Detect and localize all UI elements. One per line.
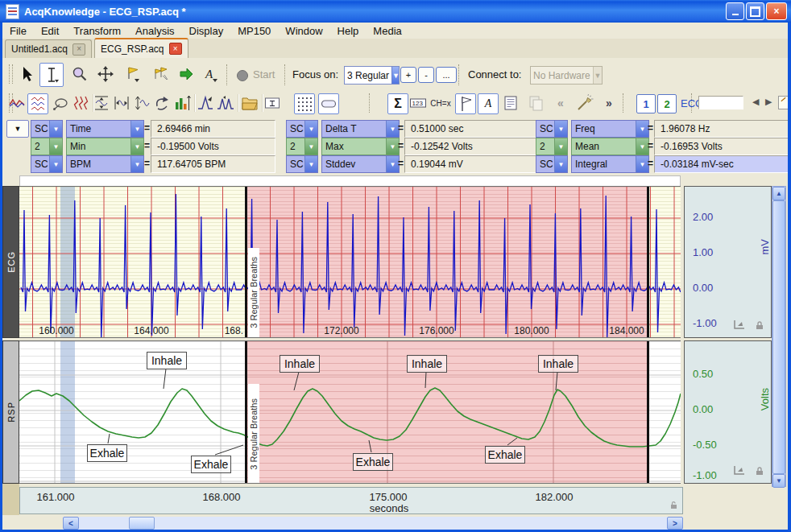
tab-untitled1-acq[interactable]: Untitled1.acq× [5,39,92,58]
minimize-button[interactable] [726,2,744,20]
rsp-channel-bar[interactable]: RSP [2,340,19,484]
rsp-plot[interactable]: InhaleInhaleInhaleInhaleExhaleExhaleExha… [19,340,681,484]
measurement-channel-select[interactable]: SC▼ [286,155,318,173]
stacked-waveforms-icon[interactable] [27,93,48,114]
chevron-down-icon[interactable]: ▼ [554,121,567,137]
prev-channel-button[interactable]: ◀ [752,97,759,107]
connect-to-select[interactable]: No Hardware ▼ [530,66,603,85]
chevron-down-icon[interactable]: ▼ [386,138,399,155]
statistics-chart-icon[interactable] [172,93,192,113]
insert-textbox-icon[interactable] [263,93,282,113]
play-arrow-icon[interactable] [175,63,197,85]
pan-tool-icon[interactable] [94,63,117,85]
lock-icon[interactable] [670,501,677,512]
annotation-exhale[interactable]: Exhale [87,444,127,462]
measurement-function-select[interactable]: Delta T▼ [321,120,400,138]
focus-on-select[interactable]: 3 Regular ▼ [344,66,400,85]
text-tool-icon[interactable]: A [199,63,222,85]
horizontal-scrollbar[interactable]: < > [2,517,788,530]
scroll-left-button[interactable]: < [63,517,79,530]
menu-item-mp150[interactable]: MP150 [230,23,278,39]
title-bar[interactable]: AcqKnowledge - ECG_RSP.acq * × [0,0,791,23]
menu-item-transform[interactable]: Transform [66,23,128,39]
autoscale-vertical-icon[interactable] [92,93,111,113]
cleanup-tool-icon[interactable] [575,93,594,113]
more-tools-icon[interactable]: » [599,93,619,113]
annotation-inhale[interactable]: Inhale [147,352,187,369]
open-graph-icon[interactable] [240,93,259,113]
focus-add-button[interactable]: + [400,67,416,83]
selection-boundary-line[interactable] [647,187,649,337]
measurement-channel-select[interactable]: 2▼ [31,138,63,155]
select-cycle-icon[interactable] [51,93,70,113]
menu-item-media[interactable]: Media [366,23,408,39]
value-display-icon[interactable]: 123 [408,93,428,113]
chevron-down-icon[interactable]: ▼ [130,138,143,155]
autoscale-icon[interactable] [733,320,746,332]
ecg-axis-panel[interactable]: 2.001.000.00-1.00mV [684,186,772,338]
measurement-expand-button[interactable]: ▼ [6,120,29,138]
chevron-down-icon[interactable]: ▼ [554,138,567,155]
annotation-exhale[interactable]: Exhale [353,453,393,471]
chevron-down-icon[interactable]: ▼ [636,121,648,137]
lock-icon[interactable] [756,321,764,332]
chevron-down-icon[interactable]: ▼ [386,121,399,137]
show-grid-icon[interactable] [294,93,315,114]
measurement-channel-select[interactable]: 2▼ [286,138,318,155]
measurement-function-select[interactable]: Freq▼ [571,120,649,138]
channel-1-button[interactable]: 1 [636,94,656,113]
annotation-inhale[interactable]: Inhale [538,355,578,373]
focus-remove-button[interactable]: - [418,67,434,83]
chevron-down-icon[interactable]: ▼ [304,121,317,137]
toolbar-grip[interactable] [9,64,13,84]
measurement-function-select[interactable]: BPM▼ [66,155,144,173]
menu-item-analysis[interactable]: Analysis [128,23,181,39]
scroll-right-button[interactable]: > [667,517,683,530]
chevron-down-icon[interactable]: ▼ [49,138,62,155]
compare-waveforms-icon[interactable] [71,93,90,113]
chevron-down-icon[interactable]: ▼ [130,121,143,137]
text-annotation-icon[interactable]: A [478,93,499,114]
lock-icon[interactable] [756,467,764,478]
tab-close-icon[interactable]: × [72,43,85,56]
scroll-up-button[interactable]: ▲ [772,187,785,200]
journal-icon[interactable] [501,93,520,113]
sum-icon[interactable]: Σ [387,93,408,114]
find-all-peaks-icon[interactable] [216,93,235,113]
hscroll-thumb[interactable] [129,517,155,530]
chevron-down-icon[interactable]: ▼ [636,156,648,172]
measurement-channel-select[interactable]: SC▼ [31,155,63,173]
chevron-down-icon[interactable]: ▼ [49,156,62,172]
menu-item-window[interactable]: Window [278,23,329,39]
ecg-channel-bar[interactable]: ECG [2,186,19,338]
menu-item-file[interactable]: File [2,23,34,39]
hscroll-track[interactable] [63,517,683,530]
arrow-tool-icon[interactable] [15,63,38,85]
zoom-previous-icon[interactable] [152,93,172,113]
selection-boundary-line[interactable] [245,341,247,483]
single-waveform-icon[interactable] [7,93,27,113]
multi-flag-tool-icon[interactable] [149,63,172,85]
reset-vertical-scale-icon[interactable] [132,93,151,113]
channel-search-input[interactable] [698,96,743,109]
annotation-inhale[interactable]: Inhale [407,355,447,373]
ibeam-tool-icon[interactable] [39,63,64,87]
flag-tool-icon[interactable] [122,63,144,85]
selection-boundary-line[interactable] [245,187,247,337]
chevron-down-icon[interactable]: ▼ [304,138,317,155]
zoom-tool-icon[interactable] [68,63,91,85]
menu-item-display[interactable]: Display [182,23,231,39]
autoscale-horizontal-icon[interactable] [112,93,131,113]
autoscale-icon[interactable] [733,465,746,478]
channel-2-button[interactable]: 2 [657,94,677,113]
chevron-down-icon[interactable]: ▼ [391,67,400,84]
measurement-function-select[interactable]: Stddev▼ [321,155,400,173]
measurement-function-select[interactable]: Time▼ [66,120,144,138]
annotation-inhale[interactable]: Inhale [280,355,320,373]
chevron-down-icon[interactable]: ▼ [304,156,317,172]
rsp-axis-panel[interactable]: 0.500.00-0.50-1.00Volts [684,340,772,484]
maximize-button[interactable] [746,2,764,20]
vscroll-thumb[interactable] [772,200,785,474]
tab-ecg_rsp-acq[interactable]: ECG_RSP.acq× [94,38,188,58]
focus-more-button[interactable]: ... [436,67,457,83]
